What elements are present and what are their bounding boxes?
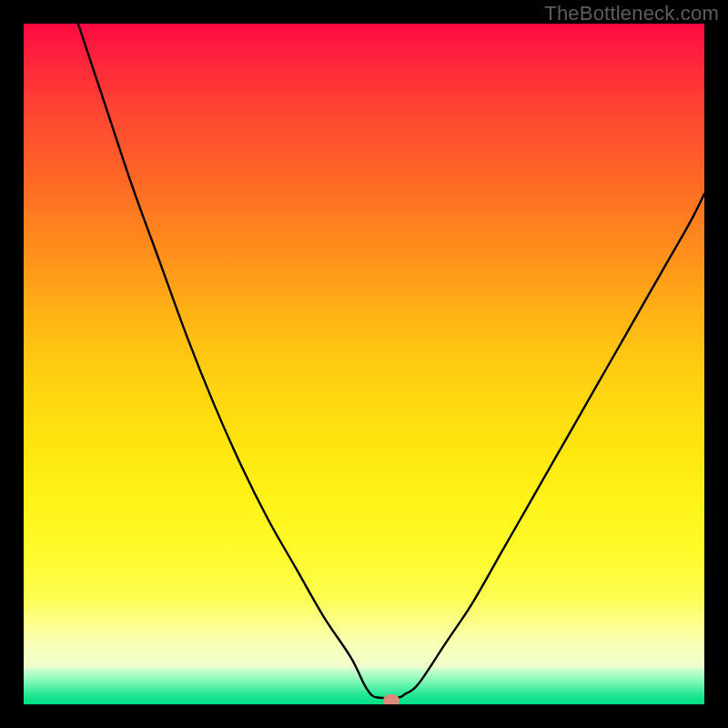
optimal-marker xyxy=(383,694,399,704)
gradient-pale xyxy=(24,597,704,668)
gradient-green xyxy=(24,668,704,704)
gradient-top xyxy=(24,24,704,597)
watermark-label: TheBottleneck.com xyxy=(544,2,719,25)
chart-frame: TheBottleneck.com xyxy=(0,0,728,728)
plot-area xyxy=(24,24,704,704)
